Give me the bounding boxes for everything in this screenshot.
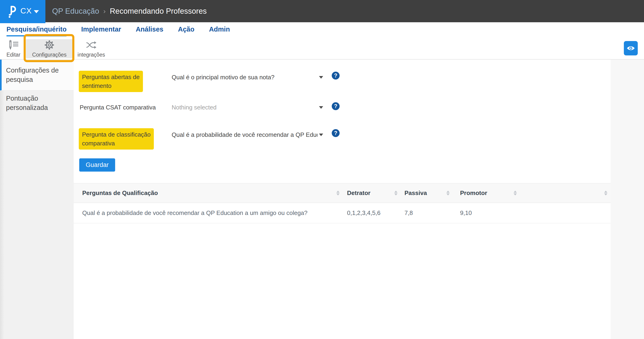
top-bar: QP Educação › Recomendando Professores A… [0,0,644,22]
chevron-down-icon [319,106,323,109]
highlighted-label-perguntas-abertas: Perguntas abertas de sentimento [79,71,143,92]
sort-icon[interactable] [514,191,517,195]
form-row-perguntas-abertas: Perguntas abertas de sentimento Qual é o… [79,71,606,99]
column-header-label: Promotor [460,189,487,197]
survey-toolbar: Editar [0,38,644,60]
tab-analises[interactable]: Análises [136,26,163,35]
select-value: Qual é a probabilidade de você recomenda… [172,130,318,140]
column-header-passiva[interactable]: Passiva [401,183,453,203]
sidebar-item-pontuacao-personalizada[interactable]: Pontuação personalizada [0,90,74,119]
sort-icon[interactable] [604,191,608,195]
help-icon[interactable]: ? [332,129,340,137]
column-header-extra[interactable] [520,183,611,203]
toolbar-item-label: Configurações [32,52,66,58]
select-value: Qual é o principal motivo de sua nota? [172,72,318,82]
cell-detrator: 0,1,2,3,4,5,6 [347,209,380,217]
cell-promotor: 9,10 [460,209,472,217]
help-icon[interactable]: ? [332,72,340,80]
question-mark-icon: ? [334,103,337,109]
breadcrumb-parent-link[interactable]: QP Educação [52,7,99,16]
preview-button[interactable] [624,41,638,56]
column-header-perguntas[interactable]: Perguntas de Qualificação [74,183,343,203]
select-csat-comparativa[interactable]: Nothing selected [172,102,324,113]
chevron-down-icon[interactable] [34,10,39,13]
settings-sidebar: Configurações de pesquisa Pontuação pers… [0,60,74,339]
app-logo-block[interactable]: CX [0,0,46,23]
cell-question: Qual é a probabilidade de você recomenda… [82,209,308,217]
cell-passiva: 7,8 [404,209,413,217]
breadcrumb-separator-icon: › [103,7,106,15]
tab-acao[interactable]: Ação [178,26,194,35]
highlighted-label-classificacao: Pergunta de classificação comparativa [79,128,154,150]
tab-pesquisa-inquerito[interactable]: Pesquisa/inquérito [6,26,66,37]
form-row-csat-comparativa: Pergunta CSAT comparativa Nothing select… [79,103,606,131]
question-mark-icon: ? [334,73,337,79]
table-header-row: Perguntas de Qualificação Detrator Passi… [74,183,611,203]
breadcrumb: QP Educação › Recomendando Professores [52,0,207,22]
toolbar-item-label: Editar [6,52,20,58]
sort-icon[interactable] [446,191,450,195]
chevron-down-icon [319,134,323,136]
sidebar-item-configuracoes-de-pesquisa[interactable]: Configurações de pesquisa [0,60,74,90]
chevron-down-icon [319,76,323,79]
table-row: Qual é a probabilidade de você recomenda… [74,203,611,223]
column-header-detrator[interactable]: Detrator [343,183,401,203]
tab-implementar[interactable]: Implementar [81,26,121,35]
toolbar-item-configuracoes[interactable]: Configurações [26,39,73,58]
form-row-classificacao-comparativa: Pergunta de classificação comparativa Qu… [79,128,606,156]
toolbar-item-editar[interactable]: Editar [3,39,24,58]
column-header-label: Passiva [404,189,427,197]
sort-icon[interactable] [394,191,398,195]
select-classificacao-comparativa[interactable]: Qual é a probabilidade de você recomenda… [172,130,324,140]
shuffle-icon [86,40,97,50]
pisano-logo-icon [8,5,17,18]
primary-nav: Pesquisa/inquérito Implementar Análises … [0,22,644,38]
sort-icon[interactable] [336,191,340,195]
tab-admin[interactable]: Admin [209,26,230,35]
help-icon[interactable]: ? [332,102,340,110]
settings-content: Perguntas abertas de sentimento Qual é o… [74,60,611,339]
qualification-table: Perguntas de Qualificação Detrator Passi… [74,183,611,223]
workspace-label: CX [20,6,32,15]
content-right-gutter [611,60,644,339]
gear-icon [44,40,55,50]
eye-icon [626,45,636,52]
question-mark-icon: ? [334,130,337,136]
select-perguntas-abertas[interactable]: Qual é o principal motivo de sua nota? [172,72,324,82]
toolbar-item-integracoes[interactable]: integrações [76,39,106,58]
column-header-label: Perguntas de Qualificação [82,189,158,197]
toolbar-item-label: integrações [78,52,105,58]
column-header-promotor[interactable]: Promotor [453,183,520,203]
save-button[interactable]: Guardar [79,158,115,172]
column-header-label: Detrator [347,189,370,197]
page-title: Recomendando Professores [110,7,207,16]
select-placeholder: Nothing selected [172,102,318,113]
app-root: QP Educação › Recomendando Professores A… [0,0,644,339]
label-pergunta-csat: Pergunta CSAT comparativa [80,103,156,112]
pencil-lines-icon [8,40,19,50]
